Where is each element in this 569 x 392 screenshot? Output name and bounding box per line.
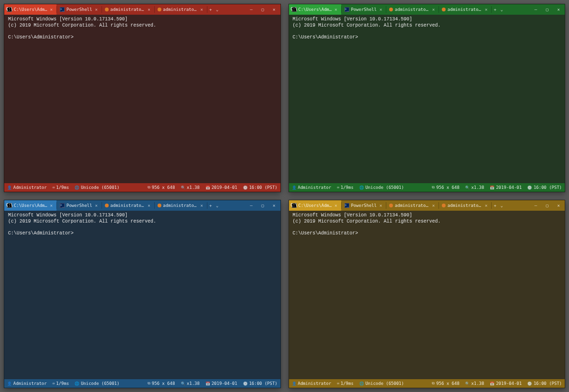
status-date[interactable]: 📅 2019-04-01	[490, 185, 522, 190]
close-window-button[interactable]: ✕	[271, 203, 278, 208]
status-encoding-label: Unicode (65001)	[365, 185, 404, 190]
status-keys[interactable]: ⌨ 1/9ms	[337, 185, 354, 190]
tab-1[interactable]: >_ PowerShell ✕	[57, 4, 102, 15]
tab-menu-chevron-icon[interactable]: ⌄	[498, 203, 505, 208]
status-date[interactable]: 📅 2019-04-01	[205, 185, 237, 190]
tab-0[interactable]: C:\ C:\Users\Administr... ✕	[4, 4, 56, 15]
status-zoom[interactable]: 🔍 x1.38	[465, 381, 484, 386]
globe-icon: 🌐	[75, 382, 79, 386]
status-time[interactable]: 🕓 16:00 (PST)	[243, 381, 278, 386]
new-tab-button[interactable]: +	[207, 203, 214, 208]
status-size[interactable]: ⧉ 956 x 648	[148, 381, 175, 386]
maximize-button[interactable]: ▢	[260, 203, 266, 208]
clock-icon: 🕓	[527, 186, 532, 190]
keyboard-icon: ⌨	[52, 186, 55, 190]
tab-menu-chevron-icon[interactable]: ⌄	[498, 7, 505, 12]
tab-menu-chevron-icon[interactable]: ⌄	[214, 7, 221, 12]
minimize-button[interactable]: —	[532, 7, 539, 12]
tab-0[interactable]: C:\ C:\Users\Administr... ✕	[4, 200, 56, 211]
tab-close-icon[interactable]: ✕	[147, 7, 151, 12]
tab-1[interactable]: >_ PowerShell ✕	[342, 4, 386, 15]
calendar-icon: 📅	[205, 382, 210, 386]
tab-close-icon[interactable]: ✕	[484, 203, 488, 208]
tab-0[interactable]: C:\ C:\Users\Administr... ✕	[289, 4, 341, 15]
status-keys[interactable]: ⌨ 1/9ms	[52, 185, 69, 190]
new-tab-button[interactable]: +	[492, 203, 498, 208]
status-zoom-label: x1.38	[187, 381, 200, 386]
powershell-icon: >_	[345, 203, 349, 208]
calendar-icon: 📅	[490, 186, 494, 190]
status-zoom[interactable]: 🔍 x1.38	[465, 185, 484, 190]
status-encoding[interactable]: 🌐 Unicode (65001)	[359, 185, 404, 190]
status-user[interactable]: 👤 Administrator	[292, 381, 331, 386]
status-encoding[interactable]: 🌐 Unicode (65001)	[75, 381, 119, 386]
close-window-button[interactable]: ✕	[555, 203, 562, 208]
tab-2[interactable]: administrator@DES... ✕	[102, 4, 154, 15]
close-window-button[interactable]: ✕	[555, 7, 562, 12]
close-window-button[interactable]: ✕	[271, 7, 278, 12]
tab-close-icon[interactable]: ✕	[379, 203, 383, 208]
terminal-body[interactable]: Microsoft Windows [Version 10.0.17134.59…	[4, 211, 280, 379]
status-time[interactable]: 🕓 16:00 (PST)	[527, 381, 562, 386]
tab-close-icon[interactable]: ✕	[334, 203, 338, 208]
tab-1[interactable]: >_ PowerShell ✕	[342, 200, 386, 211]
minimize-button[interactable]: —	[248, 7, 255, 12]
status-encoding[interactable]: 🌐 Unicode (65001)	[75, 185, 119, 190]
new-tab-button[interactable]: +	[207, 7, 214, 12]
tab-0[interactable]: C:\ C:\Users\Administr... ✕	[289, 200, 341, 211]
status-user[interactable]: 👤 Administrator	[292, 185, 331, 190]
tab-close-icon[interactable]: ✕	[94, 203, 98, 208]
tab-close-icon[interactable]: ✕	[49, 203, 54, 208]
tab-close-icon[interactable]: ✕	[49, 7, 54, 12]
status-user[interactable]: 👤 Administrator	[7, 185, 47, 190]
tab-close-icon[interactable]: ✕	[94, 7, 98, 12]
terminal-window-yellow: C:\ C:\Users\Administr... ✕ >_ PowerShel…	[289, 200, 566, 388]
tab-close-icon[interactable]: ✕	[431, 7, 436, 12]
status-date-label: 2019-04-01	[496, 185, 522, 190]
status-zoom[interactable]: 🔍 x1.38	[181, 381, 200, 386]
tab-close-icon[interactable]: ✕	[147, 203, 151, 208]
maximize-button[interactable]: ▢	[544, 203, 550, 208]
minimize-button[interactable]: —	[248, 203, 255, 208]
tab-2[interactable]: administrator@DES... ✕	[102, 200, 154, 211]
terminal-body[interactable]: Microsoft Windows [Version 10.0.17134.59…	[289, 211, 565, 379]
status-keys[interactable]: ⌨ 1/9ms	[52, 381, 69, 386]
maximize-button[interactable]: ▢	[544, 7, 550, 12]
tab-close-icon[interactable]: ✕	[431, 203, 436, 208]
new-tab-button[interactable]: +	[492, 7, 498, 12]
tab-2[interactable]: administrator@DES... ✕	[386, 200, 438, 211]
tab-3[interactable]: administrator@DES... ✕	[439, 200, 491, 211]
status-date[interactable]: 📅 2019-04-01	[490, 381, 522, 386]
status-size-label: 956 x 648	[152, 381, 175, 386]
terminal-window-green: C:\ C:\Users\Administr... ✕ >_ PowerShel…	[289, 4, 566, 192]
minimize-button[interactable]: —	[532, 203, 539, 208]
tab-menu-chevron-icon[interactable]: ⌄	[214, 203, 221, 208]
tab-3[interactable]: administrator@DES... ✕	[439, 4, 491, 15]
tab-close-icon[interactable]: ✕	[379, 7, 383, 12]
status-keys[interactable]: ⌨ 1/9ms	[337, 381, 354, 386]
status-time[interactable]: 🕓 16:00 (PST)	[527, 185, 562, 190]
tab-close-icon[interactable]: ✕	[199, 7, 204, 12]
tab-close-icon[interactable]: ✕	[334, 7, 338, 12]
status-user-label: Administrator	[13, 185, 47, 190]
ssh-icon	[389, 7, 393, 12]
status-date[interactable]: 📅 2019-04-01	[205, 381, 237, 386]
status-size[interactable]: ⧉ 956 x 648	[432, 381, 459, 386]
status-user[interactable]: 👤 Administrator	[7, 381, 47, 386]
maximize-button[interactable]: ▢	[260, 7, 266, 12]
status-size[interactable]: ⧉ 956 x 648	[432, 185, 459, 190]
status-size[interactable]: ⧉ 956 x 648	[148, 185, 175, 190]
terminal-window-red: C:\ C:\Users\Administr... ✕ >_ PowerShel…	[4, 4, 281, 192]
tab-3[interactable]: administrator@DES... ✕	[155, 4, 207, 15]
tab-2[interactable]: administrator@DES... ✕	[386, 4, 438, 15]
tab-label: C:\Users\Administr...	[298, 203, 332, 208]
terminal-body[interactable]: Microsoft Windows [Version 10.0.17134.59…	[289, 15, 565, 183]
status-encoding[interactable]: 🌐 Unicode (65001)	[359, 381, 404, 386]
terminal-body[interactable]: Microsoft Windows [Version 10.0.17134.59…	[4, 15, 280, 183]
tab-close-icon[interactable]: ✕	[484, 7, 488, 12]
tab-close-icon[interactable]: ✕	[199, 203, 204, 208]
status-time[interactable]: 🕓 16:00 (PST)	[243, 185, 278, 190]
status-zoom[interactable]: 🔍 x1.38	[181, 185, 200, 190]
tab-1[interactable]: >_ PowerShell ✕	[57, 200, 102, 211]
tab-3[interactable]: administrator@DES... ✕	[155, 200, 207, 211]
